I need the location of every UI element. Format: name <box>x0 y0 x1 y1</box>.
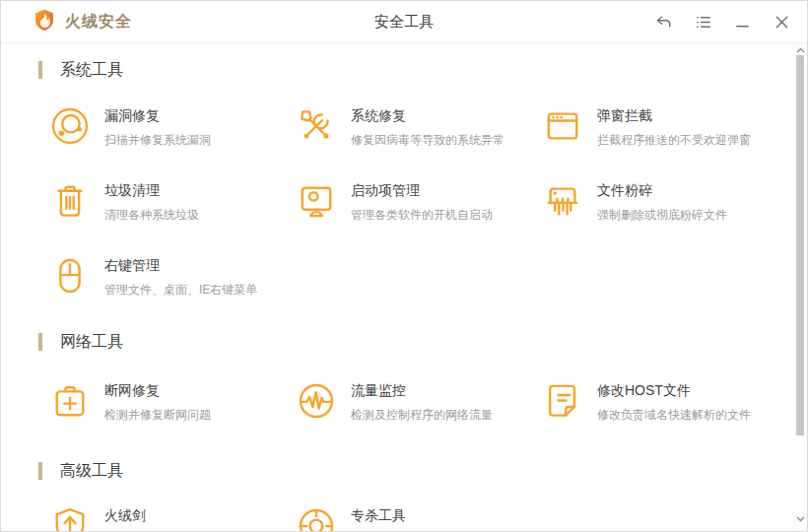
tool-title: 断网修复 <box>104 382 211 400</box>
scrollbar[interactable] <box>793 43 807 531</box>
tool-item-popup-blocker[interactable]: 弹窗拦截 拦截程序推送的不受欢迎弹窗 <box>541 104 782 156</box>
scroll-down-icon[interactable] <box>793 513 807 525</box>
brand-name: 火绒安全 <box>65 12 132 33</box>
app-window: 火绒安全 安全工具 <box>0 0 808 532</box>
tool-title: 弹窗拦截 <box>597 107 751 125</box>
tool-title: 专杀工具 <box>351 507 406 525</box>
shield-icon <box>48 504 92 531</box>
traffic-monitor-icon <box>295 379 338 423</box>
app-logo: 火绒安全 <box>33 1 132 42</box>
back-button[interactable] <box>654 13 673 32</box>
section-label: 高级工具 <box>60 461 123 482</box>
section-label: 系统工具 <box>60 60 123 81</box>
network-repair-icon <box>48 379 92 423</box>
titlebar: 火绒安全 安全工具 <box>1 1 807 43</box>
tool-item-host-file[interactable]: 修改HOST文件 修改负责域名快速解析的文件 <box>541 379 782 431</box>
task-list-icon <box>694 13 712 32</box>
tool-title: 火绒剑 <box>104 507 146 525</box>
file-shredder-icon <box>541 179 584 223</box>
tool-item-vulnerability-fix[interactable]: 漏洞修复 扫描并修复系统漏洞 <box>48 104 290 156</box>
trash-clean-icon <box>48 179 92 223</box>
tool-desc: 检测并修复断网问题 <box>104 407 211 424</box>
section-bar <box>38 462 42 480</box>
tool-title: 流量监控 <box>351 382 493 400</box>
section-header-advanced-tools: 高级工具 <box>38 461 123 481</box>
tool-item-special-kill[interactable]: 专杀工具 <box>295 504 536 531</box>
close-button[interactable] <box>773 13 791 32</box>
tool-item-huorong-sword[interactable]: 火绒剑 <box>48 504 290 531</box>
tools-panel: 系统工具 漏洞修复 扫描并修复系统漏洞 系统修复 <box>1 43 793 531</box>
section-header-network-tools: 网络工具 <box>38 332 123 352</box>
minimize-button[interactable] <box>733 13 752 32</box>
tool-title: 系统修复 <box>351 107 505 125</box>
tool-desc: 修复因病毒等导致的系统异常 <box>351 132 505 149</box>
tool-title: 文件粉碎 <box>597 182 727 200</box>
target-icon <box>295 504 338 531</box>
tool-item-startup-manager[interactable]: 启动项管理 管理各类软件的开机自启动 <box>295 179 536 231</box>
vulnerability-fix-icon <box>48 104 92 148</box>
close-icon <box>773 13 791 32</box>
tool-item-traffic-monitor[interactable]: 流量监控 检测及控制程序的网络流量 <box>295 379 536 431</box>
tool-item-system-repair[interactable]: 系统修复 修复因病毒等导致的系统异常 <box>295 104 536 156</box>
tool-item-file-shredder[interactable]: 文件粉碎 强制删除或彻底粉碎文件 <box>541 179 782 231</box>
tool-item-context-menu-manager[interactable]: 右键管理 管理文件、桌面、IE右键菜单 <box>48 254 290 305</box>
tool-title: 漏洞修复 <box>104 107 211 125</box>
tool-desc: 扫描并修复系统漏洞 <box>104 132 211 149</box>
tool-title: 右键管理 <box>104 257 257 275</box>
log-menu-button[interactable] <box>694 13 712 32</box>
minimize-icon <box>733 13 752 32</box>
section-header-system-tools: 系统工具 <box>38 60 123 80</box>
tool-desc: 管理各类软件的开机自启动 <box>351 207 493 224</box>
brand-shield-flame-icon <box>33 8 56 35</box>
scrollbar-thumb[interactable] <box>796 55 804 435</box>
tool-desc: 强制删除或彻底粉碎文件 <box>597 207 727 224</box>
tool-item-network-repair[interactable]: 断网修复 检测并修复断网问题 <box>48 379 290 431</box>
tool-desc: 拦截程序推送的不受欢迎弹窗 <box>597 132 751 149</box>
window-controls <box>654 1 791 42</box>
tool-desc: 修改负责域名快速解析的文件 <box>597 407 751 424</box>
host-file-icon <box>541 379 584 423</box>
tool-title: 修改HOST文件 <box>597 382 751 400</box>
mouse-icon <box>48 254 92 298</box>
startup-manager-icon <box>295 179 338 223</box>
section-bar <box>38 61 42 79</box>
tool-desc: 管理文件、桌面、IE右键菜单 <box>104 282 257 299</box>
tool-title: 垃圾清理 <box>104 182 199 200</box>
popup-blocker-icon <box>541 104 584 148</box>
tool-desc: 检测及控制程序的网络流量 <box>351 407 493 424</box>
tool-item-trash-clean[interactable]: 垃圾清理 清理各种系统垃圾 <box>48 179 290 231</box>
section-label: 网络工具 <box>60 332 123 353</box>
system-repair-icon <box>295 104 338 148</box>
tool-desc: 清理各种系统垃圾 <box>104 207 199 224</box>
tool-title: 启动项管理 <box>351 182 493 200</box>
back-icon <box>654 13 673 32</box>
section-bar <box>38 333 42 351</box>
